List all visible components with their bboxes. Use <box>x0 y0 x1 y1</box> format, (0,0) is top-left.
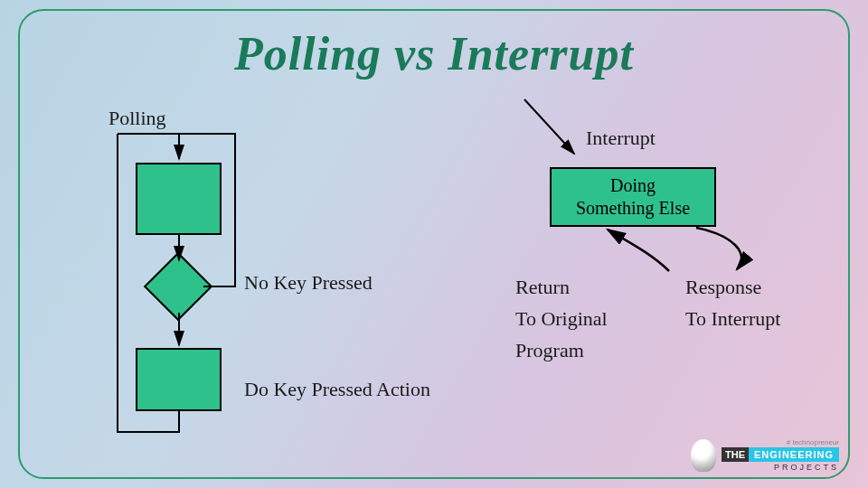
polling-heading: Polling <box>108 107 166 130</box>
no-key-pressed-label: No Key Pressed <box>244 271 373 295</box>
response-to-interrupt-label: Response To Interrupt <box>685 271 780 334</box>
return-line2: To Original <box>515 303 608 334</box>
logo-the: THE <box>722 447 749 462</box>
do-key-pressed-label: Do Key Pressed Action <box>244 378 430 401</box>
logo-hashtag: # technopreneur <box>722 438 839 447</box>
response-line1: Response <box>685 271 780 303</box>
return-line3: Program <box>515 334 608 366</box>
return-to-original-label: Return To Original Program <box>515 271 608 367</box>
logo-engineering: ENGINEERING <box>749 447 839 462</box>
site-logo: # technopreneur THE ENGINEERING PROJECTS <box>691 438 839 472</box>
interrupt-heading: Interrupt <box>586 127 656 150</box>
doing-something-else-box: Doing Something Else <box>550 167 716 227</box>
response-line2: To Interrupt <box>685 303 780 334</box>
doing-line1: Doing <box>610 174 656 197</box>
polling-process-box-2 <box>136 348 222 411</box>
return-line1: Return <box>515 271 608 303</box>
logo-projects: PROJECTS <box>722 462 839 472</box>
polling-process-box-1 <box>136 163 222 235</box>
logo-text: # technopreneur THE ENGINEERING PROJECTS <box>722 438 839 472</box>
robot-icon <box>691 439 716 472</box>
page-title: Polling vs Interrupt <box>234 27 634 80</box>
doing-line2: Something Else <box>576 197 690 220</box>
